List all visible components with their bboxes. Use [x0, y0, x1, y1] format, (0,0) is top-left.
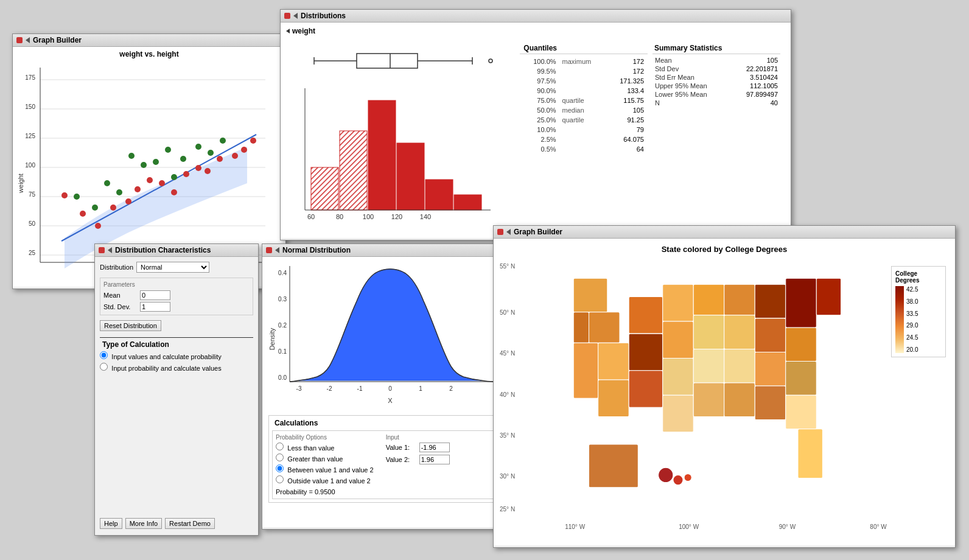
- parameters-label: Parameters: [103, 281, 250, 288]
- svg-point-39: [171, 189, 177, 195]
- svg-rect-114: [589, 444, 638, 488]
- svg-rect-111: [786, 278, 817, 327]
- normal-dist-close-icon[interactable]: [266, 247, 272, 253]
- dist-char-close-icon[interactable]: [99, 247, 105, 253]
- map-close-icon[interactable]: [497, 229, 503, 235]
- help-button[interactable]: Help: [100, 518, 122, 529]
- svg-rect-93: [663, 321, 694, 359]
- radio-input-prob-label: Input probability and calculate values: [111, 365, 221, 372]
- svg-rect-59: [425, 180, 453, 210]
- svg-rect-109: [786, 362, 817, 396]
- svg-point-44: [232, 153, 238, 159]
- svg-rect-49: [357, 54, 418, 68]
- legend-val-3: 33.5: [906, 310, 918, 317]
- weight-collapse-icon[interactable]: [286, 29, 290, 33]
- collapse-icon[interactable]: [26, 37, 30, 43]
- svg-rect-90: [629, 334, 663, 371]
- dist-close-icon[interactable]: [284, 13, 290, 19]
- quantile-row: 10.0%79: [521, 125, 646, 134]
- stddev-input[interactable]: [140, 302, 170, 312]
- radio-outside-label: Outside value 1 and value 2: [287, 477, 370, 485]
- svg-point-21: [116, 189, 122, 195]
- radio-input-values-input[interactable]: [100, 351, 108, 359]
- legend-title: College Degrees: [895, 270, 942, 284]
- svg-text:80: 80: [336, 213, 343, 220]
- svg-rect-88: [598, 380, 629, 417]
- prob-options-label: Probability Options: [276, 434, 374, 441]
- svg-rect-98: [693, 349, 724, 383]
- probability-result: Probability = 0.9500: [276, 488, 374, 495]
- radio-greater-than: Greater than value: [276, 453, 374, 463]
- map-collapse-icon[interactable]: [506, 229, 511, 235]
- quantile-row: 75.0%quartile115.75: [521, 96, 646, 105]
- quantile-row: 25.0%quartile91.25: [521, 116, 646, 124]
- svg-point-34: [110, 205, 116, 211]
- svg-point-22: [128, 153, 135, 159]
- window-close-icon[interactable]: [16, 37, 23, 43]
- legend-val-1: 42.5: [906, 286, 918, 293]
- more-info-button[interactable]: More Info: [125, 518, 162, 529]
- graph-builder-titlebar: Graph Builder: [13, 34, 285, 47]
- dist-char-title: Distribution Characteristics: [115, 246, 211, 254]
- reset-distribution-button[interactable]: Reset Distribution: [100, 320, 161, 331]
- distribution-select[interactable]: Normal: [136, 262, 209, 273]
- svg-point-117: [684, 474, 691, 481]
- svg-point-18: [74, 194, 80, 200]
- value2-input[interactable]: [419, 455, 450, 464]
- lon-100: 100° W: [679, 523, 699, 530]
- svg-point-46: [250, 138, 256, 144]
- svg-text:1: 1: [419, 385, 422, 392]
- svg-text:0.2: 0.2: [278, 322, 287, 329]
- weight-section-header: weight: [284, 26, 788, 37]
- svg-rect-97: [693, 315, 724, 349]
- svg-rect-112: [816, 278, 841, 315]
- svg-rect-84: [589, 312, 620, 343]
- map-builder-content: State colored by College Degrees 55° N 5…: [494, 239, 955, 545]
- normal-dist-collapse-icon[interactable]: [275, 247, 279, 253]
- svg-text:175: 175: [25, 74, 35, 81]
- svg-point-23: [141, 162, 147, 168]
- svg-rect-94: [663, 359, 694, 396]
- svg-point-26: [171, 174, 177, 180]
- value1-row: Value 1:: [386, 443, 450, 452]
- summary-stats-header: Summary Statistics: [652, 43, 780, 54]
- legend-val-5: 24.5: [906, 334, 918, 341]
- scatter-chart-title: weight vs. height: [16, 50, 282, 58]
- map-chart-title: State colored by College Degrees: [497, 242, 952, 257]
- parameters-group: Parameters Mean Std. Dev.: [100, 278, 253, 315]
- svg-rect-100: [724, 284, 755, 315]
- radio-input-prob-input[interactable]: [100, 363, 108, 371]
- svg-point-25: [165, 147, 171, 153]
- normal-distribution-window: Normal Distribution Density 0.4 0.3 0.2 …: [262, 243, 505, 530]
- map-builder-window: Graph Builder State colored by College D…: [493, 225, 956, 548]
- y-axis-label: weight: [17, 173, 24, 194]
- radio-greater-than-input[interactable]: [276, 453, 284, 461]
- mean-input[interactable]: [140, 290, 170, 300]
- dist-char-collapse-icon[interactable]: [108, 247, 112, 253]
- quantiles-section: Quantiles 100.0%maximum17299.5%17297.5%1…: [520, 43, 648, 235]
- value1-input[interactable]: [419, 443, 450, 452]
- svg-point-38: [159, 180, 165, 186]
- svg-rect-89: [629, 297, 663, 334]
- dist-characteristics-window: Distribution Characteristics Distributio…: [94, 243, 259, 536]
- type-of-calc-title: Type of Calculation: [100, 340, 253, 349]
- svg-text:X: X: [388, 397, 393, 404]
- summary-stat-row: Upper 95% Mean112.1005: [652, 82, 780, 90]
- radio-less-than-input[interactable]: [276, 443, 284, 450]
- svg-rect-60: [454, 195, 481, 210]
- svg-text:0: 0: [388, 385, 392, 392]
- svg-text:75: 75: [29, 191, 36, 198]
- distribution-label: Distribution: [100, 264, 133, 271]
- normal-dist-titlebar: Normal Distribution: [262, 244, 505, 257]
- distributions-titlebar: Distributions: [281, 10, 791, 23]
- svg-rect-113: [798, 429, 822, 478]
- summary-stat-row: Std Err Mean3.510424: [652, 73, 780, 82]
- dist-collapse-icon[interactable]: [293, 13, 298, 19]
- svg-rect-87: [598, 343, 629, 380]
- radio-outside-input[interactable]: [276, 475, 284, 483]
- svg-rect-96: [693, 284, 724, 315]
- radio-between-label: Between value 1 and value 2: [287, 466, 373, 474]
- value2-label: Value 2:: [386, 456, 419, 463]
- restart-demo-button[interactable]: Restart Demo: [165, 518, 215, 529]
- radio-between-input[interactable]: [276, 464, 284, 472]
